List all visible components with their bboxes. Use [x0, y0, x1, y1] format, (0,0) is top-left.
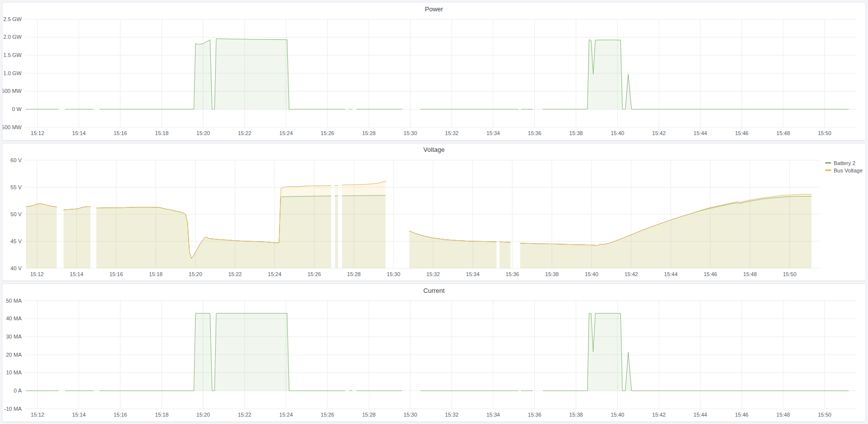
svg-text:15:38: 15:38 [569, 130, 583, 136]
svg-text:15:50: 15:50 [818, 130, 832, 136]
svg-text:15:28: 15:28 [347, 271, 361, 277]
svg-text:15:44: 15:44 [664, 271, 678, 277]
svg-text:15:48: 15:48 [777, 412, 790, 418]
svg-text:15:22: 15:22 [228, 271, 242, 277]
svg-text:15:16: 15:16 [113, 130, 127, 136]
svg-text:15:28: 15:28 [362, 412, 376, 418]
svg-text:15:12: 15:12 [31, 412, 45, 418]
svg-text:15:30: 15:30 [404, 130, 418, 136]
svg-text:15:24: 15:24 [280, 130, 293, 136]
panel-title-voltage[interactable]: Voltage [423, 146, 445, 153]
svg-text:50 V: 50 V [10, 211, 22, 217]
svg-text:15:42: 15:42 [652, 130, 666, 136]
svg-text:15:44: 15:44 [694, 130, 707, 136]
svg-text:15:48: 15:48 [743, 271, 757, 277]
svg-text:30 MA: 30 MA [6, 334, 22, 339]
svg-text:0 A: 0 A [14, 388, 22, 394]
svg-text:15:20: 15:20 [196, 130, 210, 136]
svg-text:55 V: 55 V [10, 184, 22, 190]
svg-text:45 V: 45 V [10, 238, 22, 244]
svg-text:15:24: 15:24 [268, 271, 281, 277]
battery-2-legend-label: Battery 2 [834, 160, 855, 166]
svg-text:2.0 GW: 2.0 GW [3, 34, 22, 40]
svg-text:15:20: 15:20 [189, 271, 202, 277]
series-power [26, 39, 848, 110]
panel-body-current: 50 MA40 MA30 MA20 MA10 MA0 A-10 MA15:121… [2, 297, 866, 421]
svg-text:1.5 GW: 1.5 GW [3, 52, 22, 58]
svg-text:15:18: 15:18 [155, 130, 169, 136]
axis-tick-labels: 50 MA40 MA30 MA20 MA10 MA0 A-10 MA15:121… [4, 298, 832, 418]
power-chart[interactable]: 2.5 GW2.0 GW1.5 GW1.0 GW500 MW0 W-500 MW… [2, 15, 866, 139]
panel-header-current: Current [2, 284, 866, 297]
svg-text:15:34: 15:34 [486, 130, 500, 136]
svg-text:-500 MW: -500 MW [2, 124, 22, 130]
series-current [26, 313, 848, 391]
panel-header-power: Power [2, 2, 866, 15]
svg-text:15:46: 15:46 [735, 412, 749, 418]
svg-text:15:26: 15:26 [321, 412, 335, 418]
voltage-chart-svg: 60 V55 V50 V45 V40 V15:1215:1415:1615:18… [2, 156, 866, 280]
current-chart[interactable]: 50 MA40 MA30 MA20 MA10 MA0 A-10 MA15:121… [2, 297, 866, 421]
svg-text:15:40: 15:40 [585, 271, 598, 277]
svg-text:15:28: 15:28 [362, 130, 376, 136]
svg-text:15:42: 15:42 [652, 412, 666, 418]
legend-item-bus-voltage[interactable]: Bus Voltage [825, 168, 863, 173]
svg-text:500 MW: 500 MW [2, 88, 22, 94]
svg-text:15:44: 15:44 [694, 412, 707, 418]
voltage-legend: Battery 2 Bus Voltage [825, 160, 863, 173]
svg-text:15:38: 15:38 [569, 412, 583, 418]
svg-text:15:30: 15:30 [387, 271, 400, 277]
svg-text:15:14: 15:14 [72, 412, 86, 418]
axis-tick-labels: 2.5 GW2.0 GW1.5 GW1.0 GW500 MW0 W-500 MW… [2, 16, 831, 137]
svg-text:15:48: 15:48 [777, 130, 790, 136]
power-chart-svg: 2.5 GW2.0 GW1.5 GW1.0 GW500 MW0 W-500 MW… [2, 15, 866, 139]
svg-text:15:32: 15:32 [445, 130, 459, 136]
svg-text:10 MA: 10 MA [6, 370, 22, 376]
svg-text:20 MA: 20 MA [6, 352, 22, 358]
battery-2-legend-swatch [825, 162, 831, 164]
svg-text:15:12: 15:12 [31, 130, 45, 136]
svg-text:15:38: 15:38 [545, 271, 559, 277]
svg-text:15:32: 15:32 [426, 271, 440, 277]
svg-text:15:20: 15:20 [196, 412, 210, 418]
bus-voltage-legend-label: Bus Voltage [834, 168, 863, 173]
svg-text:15:36: 15:36 [505, 271, 519, 277]
svg-text:15:50: 15:50 [783, 271, 797, 277]
svg-text:50 MA: 50 MA [6, 298, 22, 304]
svg-text:60 V: 60 V [10, 157, 22, 163]
panel-header-voltage: Voltage [2, 143, 866, 156]
svg-text:1.0 GW: 1.0 GW [3, 70, 22, 76]
svg-text:15:36: 15:36 [528, 412, 542, 418]
legend-item-battery-2[interactable]: Battery 2 [825, 160, 863, 166]
svg-text:15:16: 15:16 [113, 412, 127, 418]
grid-lines [25, 301, 857, 409]
panel-title-current[interactable]: Current [423, 287, 445, 294]
svg-text:15:18: 15:18 [155, 412, 169, 418]
svg-text:15:22: 15:22 [238, 130, 252, 136]
svg-text:40 V: 40 V [10, 265, 22, 271]
svg-text:15:40: 15:40 [611, 130, 624, 136]
svg-text:15:16: 15:16 [110, 271, 123, 277]
svg-text:-10 MA: -10 MA [4, 406, 22, 412]
grid-lines [25, 19, 857, 127]
svg-text:15:34: 15:34 [466, 271, 480, 277]
svg-text:15:26: 15:26 [308, 271, 321, 277]
voltage-chart[interactable]: 60 V55 V50 V45 V40 V15:1215:1415:1615:18… [2, 156, 866, 280]
svg-text:15:22: 15:22 [238, 412, 252, 418]
panel-current: Current 50 MA40 MA30 MA20 MA10 MA0 A-10 … [2, 283, 866, 422]
svg-text:15:46: 15:46 [735, 130, 749, 136]
svg-text:15:26: 15:26 [321, 130, 335, 136]
svg-text:15:14: 15:14 [72, 130, 86, 136]
panel-title-power[interactable]: Power [425, 5, 443, 13]
svg-text:40 MA: 40 MA [6, 316, 22, 322]
svg-text:15:42: 15:42 [624, 271, 638, 277]
svg-text:15:32: 15:32 [445, 412, 459, 418]
svg-text:15:18: 15:18 [149, 271, 163, 277]
dashboard: Power 2.5 GW2.0 GW1.5 GW1.0 GW500 MW0 W-… [0, 0, 868, 424]
panel-body-voltage: 60 V55 V50 V45 V40 V15:1215:1415:1615:18… [2, 156, 866, 280]
svg-text:15:30: 15:30 [404, 412, 418, 418]
panel-body-power: 2.5 GW2.0 GW1.5 GW1.0 GW500 MW0 W-500 MW… [2, 15, 866, 139]
svg-text:15:50: 15:50 [818, 412, 832, 418]
svg-text:15:14: 15:14 [70, 271, 84, 277]
panel-voltage: Voltage 60 V55 V50 V45 V40 V15:1215:1415… [2, 143, 866, 282]
